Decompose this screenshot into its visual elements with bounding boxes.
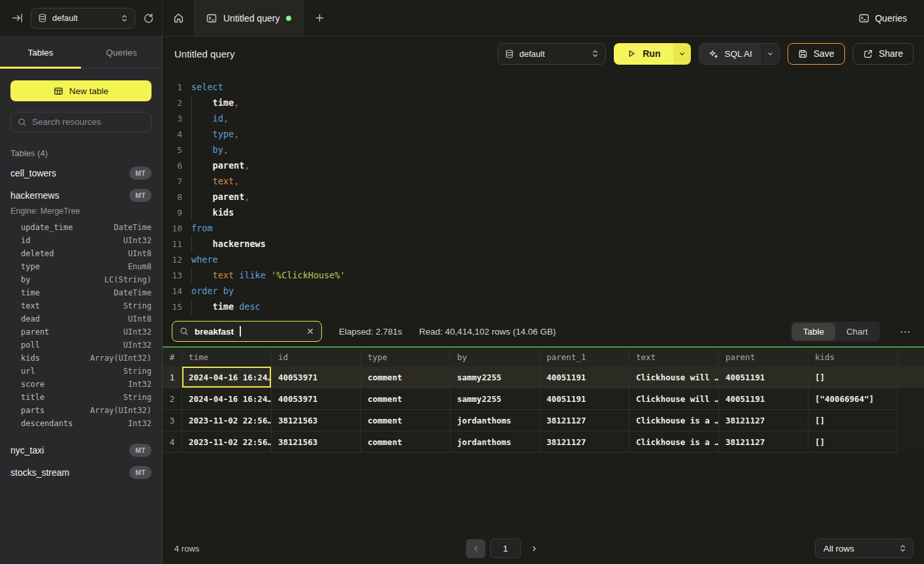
sidebar-tab-tables[interactable]: Tables xyxy=(0,37,81,68)
table-cell[interactable]: 40051191 xyxy=(540,388,629,410)
refresh-icon[interactable] xyxy=(143,12,154,24)
run-button[interactable]: Run xyxy=(614,43,673,65)
next-page-button[interactable] xyxy=(526,539,543,558)
code-line[interactable]: 6 parent, xyxy=(163,158,924,173)
table-cell[interactable]: 40053971 xyxy=(272,367,361,388)
table-cell[interactable]: Clickhouse will … xyxy=(629,367,719,388)
code-line[interactable]: 8 parent, xyxy=(163,189,924,205)
column-header-parent[interactable]: parent xyxy=(719,348,808,367)
table-cell[interactable]: comment xyxy=(361,388,451,410)
column-header-parent_1[interactable]: parent_1 xyxy=(540,348,629,367)
save-button[interactable]: Save xyxy=(788,43,845,65)
page-size-value: All rows xyxy=(823,544,854,554)
page-size-select[interactable]: All rows xyxy=(815,539,914,558)
home-tab[interactable] xyxy=(163,0,194,36)
table-row: 32023-11-02 22:56…38121563commentjordant… xyxy=(163,410,924,431)
view-tab-table[interactable]: Table xyxy=(792,323,835,340)
table-cell[interactable]: ["40066964"] xyxy=(808,388,898,410)
table-cell[interactable]: [] xyxy=(808,367,898,388)
sidebar-table-hackernews[interactable]: hackernewsMT xyxy=(0,184,162,207)
sidebar-table-nyc_taxi[interactable]: nyc_taxiMT xyxy=(0,439,162,461)
tab-untitled-query[interactable]: Untitled query xyxy=(194,0,304,36)
table-cell[interactable]: Clickhouse is a … xyxy=(629,431,719,453)
code-line[interactable]: 11 hackernews xyxy=(163,236,924,252)
column-header-by[interactable]: by xyxy=(451,348,540,367)
table-cell[interactable]: jordanthoms xyxy=(451,431,540,453)
sidebar-table-cell_towers[interactable]: cell_towersMT xyxy=(0,162,162,184)
table-cell[interactable]: 38121127 xyxy=(719,431,808,453)
more-options-icon[interactable]: ⋯ xyxy=(897,325,914,338)
sidebar-table-stocks_stream[interactable]: stocks_streamMT xyxy=(0,461,162,484)
sidebar-tab-queries[interactable]: Queries xyxy=(81,37,162,68)
table-cell[interactable]: Clickhouse will … xyxy=(629,388,719,410)
table-cell[interactable]: comment xyxy=(361,431,451,453)
table-cell[interactable]: 2023-11-02 22:56… xyxy=(182,410,272,431)
column-type: UInt32 xyxy=(123,236,151,245)
table-cell[interactable]: 38121127 xyxy=(719,410,808,431)
code-line[interactable]: 1select xyxy=(163,79,924,95)
sql-ai-options-button[interactable] xyxy=(761,44,779,64)
table-cell[interactable]: 40051191 xyxy=(719,367,808,388)
table-cell[interactable]: jordanthoms xyxy=(451,410,540,431)
table-cell[interactable]: 40051191 xyxy=(540,367,629,388)
code-line[interactable]: 14order by xyxy=(163,283,924,299)
table-cell[interactable]: 38121563 xyxy=(272,431,361,453)
table-cell[interactable]: 38121127 xyxy=(540,431,629,453)
share-button[interactable]: Share xyxy=(853,43,914,65)
row-number[interactable]: 4 xyxy=(163,431,182,453)
page-number-input[interactable]: 1 xyxy=(490,539,521,558)
queries-button[interactable]: Queries xyxy=(851,0,924,36)
table-cell[interactable]: 38121563 xyxy=(272,410,361,431)
topbar-database-select[interactable]: default xyxy=(31,8,135,29)
code-line[interactable]: 5 by, xyxy=(163,142,924,158)
column-header-text[interactable]: text xyxy=(629,348,719,367)
table-cell[interactable]: comment xyxy=(361,410,451,431)
row-number[interactable]: 1 xyxy=(163,367,182,388)
table-cell[interactable]: sammy2255 xyxy=(451,388,540,410)
code-line[interactable]: 7 text, xyxy=(163,173,924,189)
view-tab-chart[interactable]: Chart xyxy=(835,323,879,340)
table-cell[interactable]: 40051191 xyxy=(719,388,808,410)
table-cell[interactable]: [] xyxy=(808,431,898,453)
column-header-id[interactable]: id xyxy=(272,348,361,367)
table-cell[interactable]: comment xyxy=(361,367,451,388)
table-cell[interactable]: sammy2255 xyxy=(451,367,540,388)
new-tab-button[interactable] xyxy=(304,0,335,36)
table-cell[interactable]: 2024-04-16 16:24… xyxy=(182,367,272,388)
table-cell[interactable]: 2024-04-16 16:24… xyxy=(182,388,272,410)
new-table-button[interactable]: New table xyxy=(10,80,151,101)
sql-ai-button[interactable]: SQL AI xyxy=(699,44,761,64)
code-text: time, xyxy=(191,97,239,108)
sidebar-search-input[interactable] xyxy=(32,117,144,127)
chevron-right-icon xyxy=(530,545,537,552)
table-cell[interactable]: 38121127 xyxy=(540,410,629,431)
sidebar-search[interactable] xyxy=(10,112,151,132)
collapse-sidebar-icon[interactable] xyxy=(12,12,23,24)
row-number[interactable]: 2 xyxy=(163,388,182,410)
engine-badge: MT xyxy=(129,466,151,479)
column-header-num[interactable]: # xyxy=(163,348,182,367)
query-database-select[interactable]: default xyxy=(498,43,606,65)
code-editor[interactable]: 1select2 time,3 id,4 type,5 by,6 parent,… xyxy=(163,71,924,316)
code-line[interactable]: 2 time, xyxy=(163,95,924,110)
run-options-button[interactable] xyxy=(673,43,691,65)
code-line[interactable]: 13 text ilike '%ClickHouse%' xyxy=(163,267,924,283)
code-line[interactable]: 9 kids xyxy=(163,205,924,220)
table-cell[interactable]: 40053971 xyxy=(272,388,361,410)
table-cell[interactable]: Clickhouse is a … xyxy=(629,410,719,431)
code-line[interactable]: 3 id, xyxy=(163,110,924,126)
code-line[interactable]: 12where xyxy=(163,252,924,267)
results-search-input[interactable]: breakfast ✕ xyxy=(172,321,322,342)
row-number[interactable]: 3 xyxy=(163,410,182,431)
code-line[interactable]: 10from xyxy=(163,220,924,236)
column-header-type[interactable]: type xyxy=(361,348,451,367)
code-line[interactable]: 15 time desc xyxy=(163,299,924,314)
column-type: UInt32 xyxy=(123,327,151,337)
column-header-kids[interactable]: kids xyxy=(808,348,898,367)
code-line[interactable]: 4 type, xyxy=(163,126,924,142)
table-cell[interactable]: [] xyxy=(808,410,898,431)
table-cell[interactable]: 2023-11-02 22:56… xyxy=(182,431,272,453)
prev-page-button[interactable] xyxy=(466,539,486,558)
clear-search-icon[interactable]: ✕ xyxy=(306,326,314,337)
column-header-time[interactable]: time xyxy=(182,348,272,367)
